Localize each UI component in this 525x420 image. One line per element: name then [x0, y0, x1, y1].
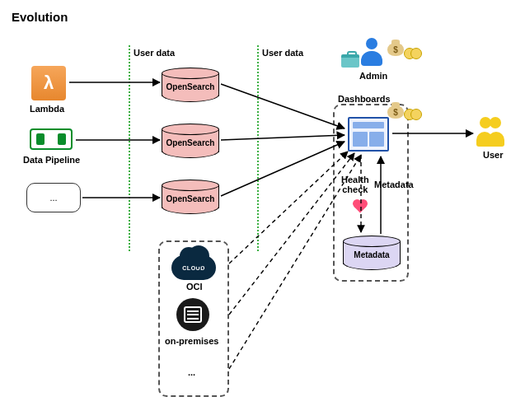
opensearch-db-1: OpenSearch	[162, 68, 219, 102]
cloud-icon: CLOUD	[171, 255, 216, 280]
svg-line-5	[221, 142, 345, 196]
briefcase-icon	[341, 54, 359, 68]
source-other-label: ...	[49, 193, 57, 203]
oci-label: OCI	[186, 282, 203, 292]
health-check-label: Health check	[341, 175, 369, 194]
opensearch-label-2: OpenSearch	[162, 127, 219, 158]
alt-other-label: ...	[188, 367, 195, 377]
page-title: Evolution	[12, 10, 68, 24]
svg-line-3	[221, 84, 345, 128]
dashboards-icon	[348, 117, 389, 152]
opensearch-label-1: OpenSearch	[162, 71, 219, 102]
money-bag-icon-dash: $	[387, 100, 404, 119]
onprem-label: on-premises	[165, 336, 218, 346]
admin-icon	[359, 38, 384, 66]
svg-line-4	[221, 135, 345, 140]
admin-label: Admin	[359, 71, 387, 81]
data-pipeline-icon	[30, 128, 73, 150]
metadata-db: Metadata	[343, 236, 401, 270]
data-pipeline-label: Data Pipeline	[23, 155, 80, 165]
coins-icon-admin	[404, 46, 422, 59]
opensearch-label-3: OpenSearch	[162, 183, 219, 214]
boundary-left-label: User data	[134, 48, 175, 58]
dashboards-label: Dashboards	[338, 94, 391, 104]
user-label: User	[483, 150, 503, 160]
opensearch-db-2: OpenSearch	[162, 124, 219, 158]
coins-icon-dash	[404, 107, 422, 120]
boundary-left	[129, 45, 130, 251]
money-bag-icon-admin: $	[387, 38, 404, 56]
svg-line-6	[229, 152, 348, 264]
lambda-label: Lambda	[30, 104, 64, 114]
lambda-icon	[31, 66, 66, 100]
metadata-db-label: Metadata	[343, 239, 401, 270]
user-icon	[476, 117, 506, 147]
boundary-right-label: User data	[262, 48, 303, 58]
cloud-badge-text: CLOUD	[171, 255, 216, 280]
opensearch-db-3: OpenSearch	[162, 180, 219, 214]
source-other-box: ...	[26, 183, 81, 212]
metadata-edge-label: Metadata	[374, 180, 414, 189]
arrows-layer	[0, 0, 525, 420]
onprem-icon	[176, 298, 209, 331]
boundary-right	[257, 45, 259, 251]
